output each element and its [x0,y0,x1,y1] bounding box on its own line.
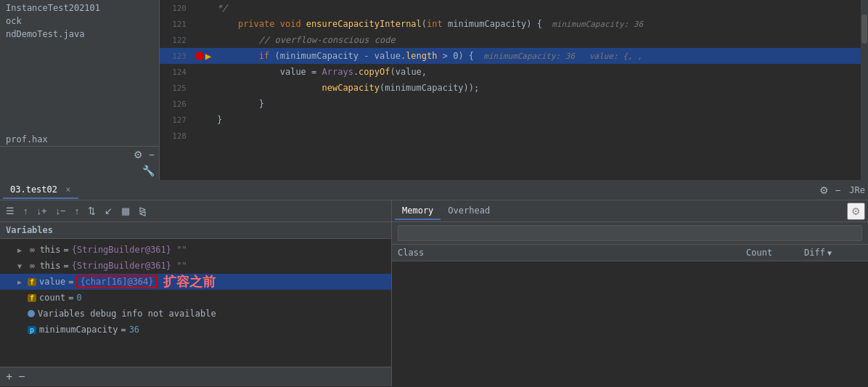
debug-tab-icons: ⚙ − JRe [818,184,865,197]
debug-tab-label: 03.test02 [10,184,57,195]
toolbar-btn-swap[interactable]: ⇅ [85,204,99,218]
sidebar-item-profhax[interactable]: prof.hax [0,133,159,146]
tab-memory[interactable]: Memory [395,203,441,220]
var-eq-value: = [68,277,73,287]
gear-icon[interactable]: ⚙ [132,148,144,161]
gutter-123: ▶ [192,50,214,62]
col-class: Class [398,248,746,258]
expand-icon-value[interactable]: ▶ [17,278,28,286]
code-line-121: 121 private void ensureCapacityInternal(… [160,16,861,32]
line-content-126: } [214,99,861,109]
var-val-this2: {StringBuilder@361} [72,261,171,271]
var-row-this-expanded[interactable]: ▼ ∞ this = {StringBuilder@361} "" [0,258,391,274]
diff-sort-arrow: ▼ [827,249,832,257]
var-name-this1: this [40,245,61,255]
col-diff[interactable]: Diff ▼ [804,248,862,258]
memory-search-bar [392,222,868,245]
jre-label: JRe [849,185,865,195]
var-row-minimumcapacity[interactable]: p minimumCapacity = 36 [0,322,391,338]
debug-tab-bar: 03.test02 × ⚙ − JRe [0,180,868,200]
line-content-127: } [214,115,861,125]
var-eq: = [64,245,69,255]
var-name-this2: this [40,261,61,271]
remove-icon[interactable]: − [15,369,28,385]
add-icon[interactable]: + [3,369,15,385]
variables-header-label: Variables [6,225,53,235]
expand-icon[interactable]: ▶ [17,246,28,254]
var-val-value: {char[16]@364} [80,277,153,287]
top-section: InstanceTest202101 ock ndDemoTest.java p… [0,0,868,180]
minimize-icon[interactable]: − [147,148,156,161]
var-val-str1: "" [171,245,187,255]
debug-tab-test02[interactable]: 03.test02 × [3,182,78,199]
line-content-121: private void ensureCapacityInternal(int … [214,19,861,29]
debug-tab-close[interactable]: × [65,184,70,195]
sidebar-item-instancetest[interactable]: InstanceTest202101 [0,1,159,15]
var-val-this1: {StringBuilder@361} [72,245,171,255]
line-content-122: // overflow-conscious code [214,35,861,45]
type-badge-f: f [28,278,36,286]
vertical-scrollbar[interactable] [861,0,868,180]
code-lines: 120 */ 121 private void ensureCapacityIn… [160,0,861,144]
line-content-124: value = Arrays.copyOf(value, [214,67,861,77]
code-with-sidebar: InstanceTest202101 ock ndDemoTest.java p… [0,0,868,180]
code-line-128: 128 [160,128,861,144]
var-name-value: value [39,277,65,287]
memory-table-header: Class Count Diff ▼ [392,245,868,261]
var-name-count: count [39,293,65,303]
var-row-value[interactable]: ▶ f value = {char[16]@364} 扩容之前 [0,274,391,290]
var-indent-3 [6,293,17,303]
toolbar-btn-arrow[interactable]: ↙ [102,204,115,218]
var-val-count: 0 [76,293,81,303]
toolbar-btn-up2[interactable]: ↑ [72,204,83,218]
sidebar-item-nddemotest[interactable]: ndDemoTest.java [0,28,159,41]
expand-icon-open[interactable]: ▼ [17,262,28,270]
var-row-count[interactable]: f count = 0 [0,290,391,306]
code-line-125: 125 newCapacity(minimumCapacity)); [160,80,861,96]
toolbar-btn-align[interactable]: ⧎ [136,204,150,218]
type-badge-p: p [28,326,36,334]
wrench-row: 🔧 [0,163,159,179]
toolbar-btn-down-add[interactable]: ↓+ [34,204,50,218]
var-eq-count: = [68,293,73,303]
variables-header: Variables [0,222,391,239]
line-content-120: */ [214,3,861,13]
code-line-122: 122 // overflow-conscious code [160,32,861,48]
line-num-126: 126 [160,99,192,109]
wrench-icon[interactable]: 🔧 [141,164,156,177]
memory-tabs: Memory Overhead ⚙ [392,200,868,222]
arrow-marker: ▶ [205,50,211,62]
var-eq2: = [64,261,69,271]
file-sidebar: InstanceTest202101 ock ndDemoTest.java p… [0,0,160,180]
type-badge-oo: ∞ [28,245,37,255]
var-val-mincap: 36 [129,325,139,335]
tab-memory-label: Memory [402,205,433,216]
line-num-128: 128 [160,131,192,141]
variables-list: ▶ ∞ this = {StringBuilder@361} "" ▼ ∞ th… [0,239,391,367]
line-num-123: 123 [160,52,192,61]
var-row-this-collapsed[interactable]: ▶ ∞ this = {StringBuilder@361} "" [0,242,391,258]
memory-search-input[interactable] [398,225,862,241]
tab-overhead-label: Overhead [448,205,490,216]
line-num-127: 127 [160,115,192,125]
toolbar-btn-down-remove[interactable]: ↓− [53,204,69,218]
line-num-124: 124 [160,68,192,77]
col-count: Count [746,248,804,258]
toolbar-btn-list[interactable]: ☰ [3,204,17,218]
toolbar-btn-grid[interactable]: ▦ [118,204,133,218]
toolbar-btn-up[interactable]: ↑ [20,204,31,218]
var-name-mincap: minimumCapacity [39,325,118,335]
line-num-125: 125 [160,83,192,93]
tab-overhead[interactable]: Overhead [441,203,497,220]
scroll-thumb[interactable] [861,15,867,44]
var-row-debug-info: Variables debug info not available [0,306,391,322]
memory-settings-icon[interactable]: ⚙ [847,203,865,220]
line-content-125: newCapacity(minimumCapacity)); [214,83,861,93]
var-val-str2: "" [171,261,187,271]
sidebar-controls: ⚙ − [0,146,159,163]
settings-icon[interactable]: ⚙ [818,184,830,197]
line-num-121: 121 [160,20,192,29]
sidebar-item-ock[interactable]: ock [0,15,159,28]
line-content-123: if (minimumCapacity - value.length > 0) … [214,51,861,61]
minimize-panel-icon[interactable]: − [833,184,842,197]
